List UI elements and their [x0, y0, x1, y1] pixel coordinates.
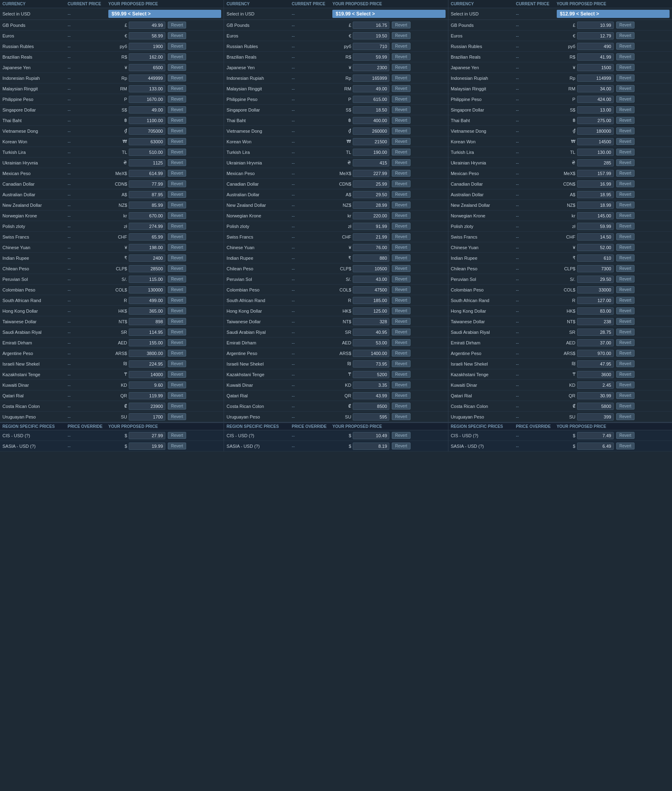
price-input[interactable] [577, 85, 614, 92]
revert-button[interactable]: Revert [392, 106, 410, 113]
revert-button[interactable]: Revert [168, 53, 186, 60]
price-input[interactable] [577, 117, 614, 124]
price-input[interactable] [129, 403, 165, 410]
revert-button[interactable]: Revert [616, 403, 635, 410]
price-input[interactable] [353, 64, 389, 71]
price-input[interactable] [353, 339, 389, 346]
select-value[interactable]: $59.99 < Select > [108, 10, 221, 18]
revert-button[interactable]: Revert [392, 53, 410, 60]
revert-button[interactable]: Revert [168, 180, 186, 187]
price-input[interactable] [129, 350, 165, 357]
revert-button[interactable]: Revert [392, 265, 410, 272]
price-input[interactable] [353, 392, 389, 399]
revert-button[interactable]: Revert [392, 138, 410, 145]
price-input[interactable] [129, 276, 165, 283]
price-input[interactable] [129, 202, 165, 209]
price-input[interactable] [577, 254, 614, 262]
price-input[interactable] [353, 350, 389, 357]
revert-button[interactable]: Revert [616, 138, 635, 145]
revert-button[interactable]: Revert [392, 403, 410, 410]
price-input[interactable] [577, 286, 614, 294]
price-input[interactable] [353, 149, 389, 156]
revert-button[interactable]: Revert [168, 276, 186, 283]
revert-button[interactable]: Revert [616, 117, 635, 124]
price-input[interactable] [129, 53, 165, 61]
price-input[interactable] [129, 212, 165, 219]
revert-button[interactable]: Revert [616, 371, 635, 378]
revert-button[interactable]: Revert [168, 413, 186, 420]
price-input[interactable] [577, 74, 614, 82]
revert-button[interactable]: Revert [392, 381, 410, 388]
revert-button[interactable]: Revert [392, 74, 410, 81]
revert-button[interactable]: Revert [392, 350, 410, 357]
price-input[interactable] [129, 159, 165, 167]
revert-button[interactable]: Revert [168, 392, 186, 399]
revert-button[interactable]: Revert [392, 307, 410, 314]
revert-button[interactable]: Revert [168, 223, 186, 230]
price-input[interactable] [129, 22, 165, 29]
price-input[interactable] [353, 297, 389, 304]
revert-button[interactable]: Revert [392, 329, 410, 335]
price-input[interactable] [353, 22, 389, 29]
revert-button[interactable]: Revert [168, 254, 186, 261]
revert-button[interactable]: Revert [392, 392, 410, 399]
revert-button[interactable]: Revert [616, 297, 635, 304]
region-revert-button[interactable]: Revert [392, 443, 410, 449]
price-input[interactable] [353, 329, 389, 336]
price-input[interactable] [577, 265, 614, 272]
revert-button[interactable]: Revert [616, 360, 635, 367]
price-input[interactable] [577, 32, 614, 39]
price-input[interactable] [129, 413, 165, 421]
revert-button[interactable]: Revert [616, 180, 635, 187]
revert-button[interactable]: Revert [168, 127, 186, 134]
price-input[interactable] [129, 32, 165, 39]
price-input[interactable] [353, 286, 389, 294]
revert-button[interactable]: Revert [168, 170, 186, 177]
revert-button[interactable]: Revert [168, 403, 186, 410]
price-input[interactable] [353, 117, 389, 124]
price-input[interactable] [577, 43, 614, 50]
price-input[interactable] [353, 318, 389, 325]
revert-button[interactable]: Revert [168, 74, 186, 81]
revert-button[interactable]: Revert [168, 106, 186, 113]
price-input[interactable] [353, 138, 389, 145]
price-input[interactable] [353, 212, 389, 219]
price-input[interactable] [129, 223, 165, 230]
price-input[interactable] [353, 371, 389, 378]
price-input[interactable] [577, 318, 614, 325]
revert-button[interactable]: Revert [616, 149, 635, 156]
price-input[interactable] [353, 96, 389, 103]
revert-button[interactable]: Revert [616, 392, 635, 399]
revert-button[interactable]: Revert [616, 233, 635, 240]
price-input[interactable] [577, 202, 614, 209]
revert-button[interactable]: Revert [392, 43, 410, 50]
revert-button[interactable]: Revert [392, 244, 410, 251]
revert-button[interactable]: Revert [168, 32, 186, 39]
price-input[interactable] [353, 191, 389, 198]
region-price-input[interactable] [129, 443, 165, 450]
revert-button[interactable]: Revert [168, 191, 186, 198]
revert-button[interactable]: Revert [616, 159, 635, 166]
price-input[interactable] [129, 233, 165, 241]
revert-button[interactable]: Revert [616, 212, 635, 219]
price-input[interactable] [353, 159, 389, 167]
price-input[interactable] [129, 392, 165, 399]
price-input[interactable] [577, 170, 614, 177]
revert-button[interactable]: Revert [168, 339, 186, 346]
price-input[interactable] [353, 127, 389, 135]
region-price-input[interactable] [353, 432, 389, 439]
revert-button[interactable]: Revert [616, 96, 635, 103]
price-input[interactable] [353, 43, 389, 50]
revert-button[interactable]: Revert [392, 191, 410, 198]
revert-button[interactable]: Revert [616, 381, 635, 388]
revert-button[interactable]: Revert [392, 127, 410, 134]
price-input[interactable] [129, 307, 165, 315]
revert-button[interactable]: Revert [392, 371, 410, 378]
revert-button[interactable]: Revert [168, 233, 186, 240]
region-revert-button[interactable]: Revert [168, 432, 186, 439]
price-input[interactable] [129, 265, 165, 272]
revert-button[interactable]: Revert [392, 276, 410, 283]
revert-button[interactable]: Revert [168, 371, 186, 378]
price-input[interactable] [353, 276, 389, 283]
price-input[interactable] [129, 138, 165, 145]
